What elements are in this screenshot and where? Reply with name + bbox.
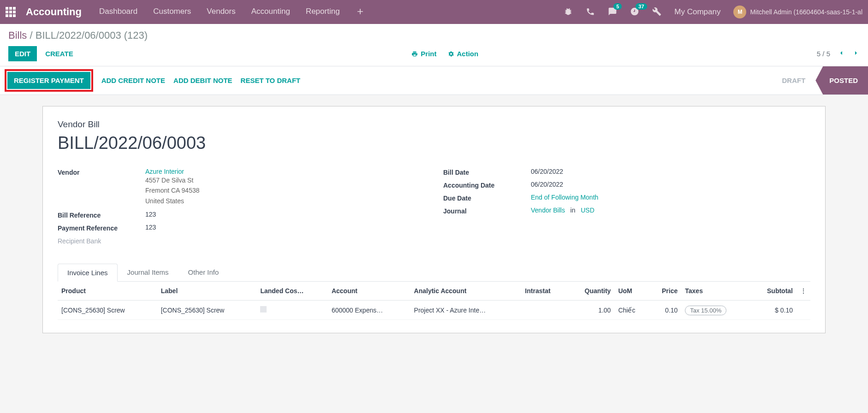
pager-prev[interactable] [838,48,845,59]
value-bill-date: 06/20/2022 [531,168,810,175]
due-date-link[interactable]: End of Following Month [531,194,598,201]
vendor-link[interactable]: Azure Interior [145,168,184,175]
nav-accounting[interactable]: Accounting [251,7,290,18]
label-journal: Journal [443,206,531,215]
cell-label: [CONS_25630] Screw [157,301,257,320]
label-due-date: Due Date [443,194,531,202]
th-more[interactable]: ⋮ [797,282,810,301]
nav-menu: Dashboard Customers Vendors Accounting R… [99,7,365,18]
cell-qty: 1.00 [567,301,614,320]
nav-reporting[interactable]: Reporting [306,7,340,18]
highlight-annotation: REGISTER PAYMENT [5,69,93,92]
add-debit-note-button[interactable]: ADD DEBIT NOTE [173,77,232,84]
th-qty[interactable]: Quantity [567,282,614,301]
th-price[interactable]: Price [649,282,682,301]
statusbar-row: REGISTER PAYMENT ADD CREDIT NOTE ADD DEB… [0,66,868,95]
journal-link[interactable]: Vendor Bills [531,206,565,214]
kebab-icon[interactable]: ⋮ [800,287,807,295]
control-panel: Bills / BILL/2022/06/0003 (123) EDIT CRE… [0,24,868,66]
avatar: M [733,6,746,18]
cell-uom: Chiếc [614,301,648,320]
checkbox-placeholder-icon [260,306,267,313]
th-uom[interactable]: UoM [614,282,648,301]
journal-currency[interactable]: USD [581,206,595,214]
label-bank: Recipient Bank [58,236,145,245]
nav-vendors[interactable]: Vendors [207,7,235,18]
user-menu[interactable]: M Mitchell Admin (16604604-saas-15-1-al [733,6,862,18]
table-row[interactable]: [CONS_25630] Screw [CONS_25630] Screw 60… [58,301,810,320]
cell-analytic: Project XX - Azure Inte… [410,301,522,320]
print-icon [411,51,418,57]
cell-product: [CONS_25630] Screw [58,301,157,320]
cell-subtotal: $ 0.10 [750,301,797,320]
tabs: Invoice Lines Journal Items Other Info [58,263,810,282]
nav-right-icons: 5 37 My Company M Mitchell Admin (166046… [564,6,862,18]
vendor-addr1: 4557 De Silva St [145,175,425,185]
breadcrumb-root[interactable]: Bills [8,30,27,41]
cell-landed [256,301,328,320]
brand-title: Accounting [26,6,82,18]
nav-customers[interactable]: Customers [153,7,191,18]
user-name: Mitchell Admin (16604604-saas-15-1-al [750,8,862,16]
label-vendor: Vendor [58,168,145,176]
phone-icon[interactable] [586,7,595,18]
vendor-addr2: Fremont CA 94538 [145,185,425,195]
th-subtotal[interactable]: Subtotal [750,282,797,301]
chat-badge: 5 [613,3,622,10]
bug-icon[interactable] [564,7,573,18]
tab-invoice-lines[interactable]: Invoice Lines [58,264,118,282]
add-credit-note-button[interactable]: ADD CREDIT NOTE [101,77,165,84]
label-pay-ref: Payment Reference [58,224,145,232]
journal-in: in [571,206,576,214]
content-area: Vendor Bill BILL/2022/06/0003 Vendor Azu… [0,95,868,344]
breadcrumb-current: BILL/2022/06/0003 (123) [36,30,148,41]
chat-icon[interactable]: 5 [608,7,617,18]
th-analytic[interactable]: Analytic Account [410,282,522,301]
label-bill-ref: Bill Reference [58,211,145,219]
vendor-addr3: United States [145,196,425,206]
th-account[interactable]: Account [328,282,410,301]
gear-icon [448,51,454,57]
apps-grid-icon[interactable] [6,7,16,17]
tools-icon[interactable] [652,7,661,18]
cell-price: 0.10 [649,301,682,320]
nav-dashboard[interactable]: Dashboard [99,7,137,18]
create-button[interactable]: CREATE [45,50,73,58]
status-draft[interactable]: DRAFT [772,66,815,94]
form-card: Vendor Bill BILL/2022/06/0003 Vendor Azu… [42,106,826,333]
doc-subtitle: Vendor Bill [58,119,810,130]
top-navbar: Accounting Dashboard Customers Vendors A… [0,0,868,24]
th-product[interactable]: Product [58,282,157,301]
th-label[interactable]: Label [157,282,257,301]
invoice-lines-table: Product Label Landed Cos… Account Analyt… [58,282,810,320]
th-intrastat[interactable]: Intrastat [521,282,567,301]
cell-intrastat [521,301,567,320]
value-pay-ref: 123 [145,224,425,231]
pager-text: 5 / 5 [817,50,830,58]
action-button[interactable]: Action [448,50,479,58]
th-taxes[interactable]: Taxes [681,282,750,301]
value-acc-date: 06/20/2022 [531,181,810,188]
doc-title: BILL/2022/06/0003 [58,133,810,153]
tab-other-info[interactable]: Other Info [178,263,229,281]
reset-to-draft-button[interactable]: RESET TO DRAFT [241,77,301,84]
edit-button[interactable]: EDIT [8,46,37,61]
th-landed[interactable]: Landed Cos… [256,282,328,301]
activity-badge: 37 [636,3,647,10]
print-button[interactable]: Print [411,50,436,58]
breadcrumb: Bills / BILL/2022/06/0003 (123) [8,30,860,41]
label-bill-date: Bill Date [443,168,531,176]
status-posted[interactable]: POSTED [815,66,868,94]
cell-account: 600000 Expens… [328,301,410,320]
cell-taxes: Tax 15.00% [681,301,750,320]
value-bill-ref: 123 [145,211,425,218]
label-acc-date: Accounting Date [443,181,531,189]
tax-tag: Tax 15.00% [685,306,726,315]
clock-icon[interactable]: 37 [630,7,639,18]
company-name[interactable]: My Company [674,7,720,17]
plus-icon[interactable] [356,7,365,18]
pager-next[interactable] [852,48,860,59]
register-payment-button[interactable]: REGISTER PAYMENT [7,72,90,89]
tab-journal-items[interactable]: Journal Items [118,263,178,281]
